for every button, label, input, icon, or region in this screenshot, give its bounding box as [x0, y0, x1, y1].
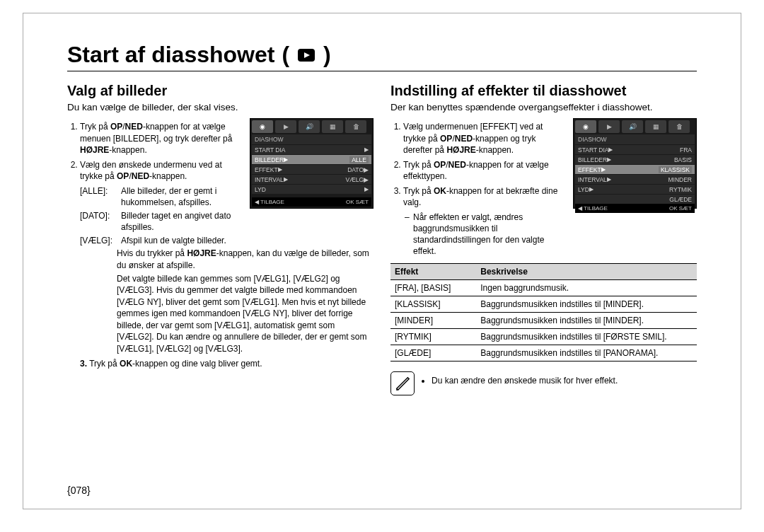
manual-page: Start af diasshowet ( ) Valg af billeder…: [23, 13, 741, 509]
page-number: {078}: [67, 485, 91, 496]
right-steps: Vælg undermenuen [EFFEKT] ved at trykke …: [390, 118, 566, 258]
right-subnote: –Når effekten er valgt, ændres baggrunds…: [413, 212, 566, 258]
right-step-1: Vælg undermenuen [EFFEKT] ved at trykke …: [403, 121, 566, 156]
left-step-3: 3. Tryk på OK-knappen og dine valg blive…: [80, 359, 374, 369]
lcd-tab-delete-icon: 🗑: [345, 120, 366, 133]
right-lcd-title: DIASHOW: [575, 134, 695, 144]
left-def-vaelg: [VÆLG]Afspil kun de valgte billeder.: [80, 235, 374, 247]
left-step-2: Vælg den ønskede undermenu ved at trykke…: [80, 159, 243, 183]
title-icon-paren: (: [282, 42, 289, 68]
page-title-text: Start af diasshowet: [67, 42, 274, 68]
two-column-layout: Valg af billeder Du kan vælge de billede…: [67, 79, 697, 395]
note-list: Du kan ændre den ønskede musik for hver …: [422, 376, 618, 386]
left-definitions: [ALLE]Alle billeder, der er gemt i hukom…: [80, 185, 243, 233]
table-head-effect: Effekt: [390, 263, 476, 279]
lcd-tab-grid-icon: ▦: [645, 120, 666, 133]
left-heading: Valg af billeder: [67, 83, 374, 99]
slideshow-icon: [296, 47, 316, 63]
title-icon-paren-close: ): [323, 42, 331, 68]
right-step-block: Vælg undermenuen [EFFEKT] ved at trykke …: [390, 118, 697, 258]
page-title: Start af diasshowet ( ): [67, 42, 697, 71]
right-step-2: Tryk på OP/NED-knappen for at vælge effe…: [403, 159, 566, 183]
left-intro: Du kan vælge de billeder, der skal vises…: [67, 102, 374, 112]
lcd-tab-sound-icon: 🔊: [622, 120, 643, 133]
table-row: [FRA], [BASIS]Ingen baggrundsmusik.: [390, 279, 697, 296]
table-row: [MINDER]Baggrundsmusikken indstilles til…: [390, 312, 697, 328]
table-row: [KLASSISK]Baggrundsmusikken indstilles t…: [390, 296, 697, 312]
right-column: Indstilling af effekter til diasshowet D…: [390, 79, 697, 395]
left-longnote-2: Det valgte billede kan gemmes som [VÆLG1…: [117, 273, 374, 355]
effect-table: Effekt Beskrivelse [FRA], [BASIS]Ingen b…: [390, 263, 697, 362]
lcd-tab-delete-icon: 🗑: [668, 120, 690, 133]
right-intro: Der kan benyttes spændende overgangseffe…: [390, 102, 697, 112]
left-step-1: Tryk på OP/NED-knappen for at vælge menu…: [80, 121, 243, 156]
left-step-block: Tryk på OP/NED-knappen for at vælge menu…: [67, 118, 374, 235]
right-heading: Indstilling af effekter til diasshowet: [390, 83, 697, 99]
right-lcd-screenshot: ◉ ▶ 🔊 ▦ 🗑 DIASHOW START DIA▶FRA BILLEDER…: [573, 118, 697, 209]
lcd-tab-play-icon: ▶: [275, 120, 296, 133]
left-steps: Tryk på OP/NED-knappen for at vælge menu…: [67, 118, 243, 235]
right-step-3: Tryk på OK-knappen for at bekræfte dine …: [403, 185, 566, 209]
left-lcd-screenshot: ◉ ▶ 🔊 ▦ 🗑 DIASHOW START DIA▶ BILLEDER▶AL…: [250, 118, 374, 209]
table-head-desc: Beskrivelse: [476, 263, 697, 279]
note-icon: [390, 371, 415, 395]
left-column: Valg af billeder Du kan vælge de billede…: [67, 79, 374, 395]
lcd-tab-slideshow-icon: ◉: [252, 120, 273, 133]
left-lcd-title: DIASHOW: [252, 134, 371, 144]
lcd-tab-play-icon: ▶: [598, 120, 620, 133]
table-row: [RYTMIK]Baggrundsmusikken indstilles til…: [390, 328, 697, 345]
lcd-tab-slideshow-icon: ◉: [575, 120, 596, 133]
lcd-tab-grid-icon: ▦: [322, 120, 343, 133]
lcd-tab-sound-icon: 🔊: [299, 120, 320, 133]
left-longnote-1: Hvis du trykker på HØJRE-knappen, kan du…: [117, 248, 374, 271]
note-box: Du kan ændre den ønskede musik for hver …: [390, 371, 697, 395]
note-bullet: Du kan ændre den ønskede musik for hver …: [432, 376, 618, 386]
table-row: [GLÆDE]Baggrundsmusikken indstilles til …: [390, 345, 697, 361]
